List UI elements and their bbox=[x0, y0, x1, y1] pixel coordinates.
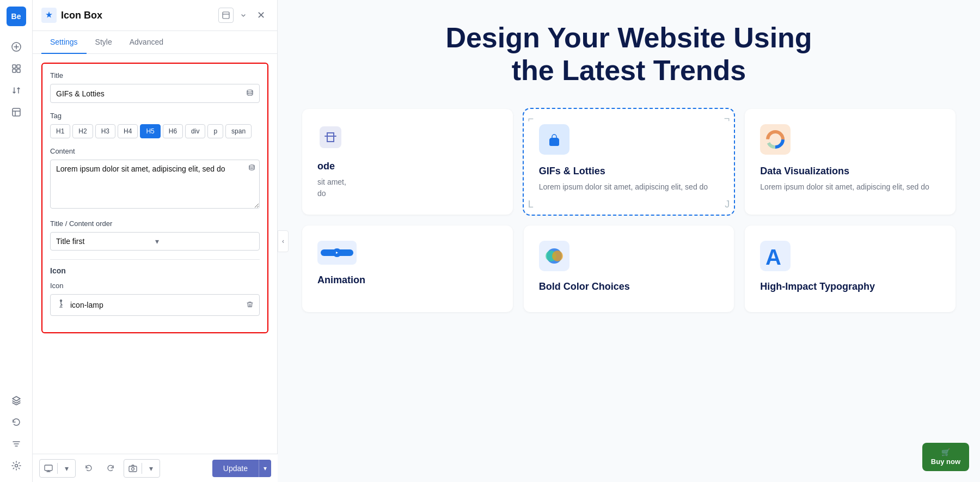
card-animation: Animation bbox=[302, 225, 513, 312]
svg-text:A: A bbox=[765, 245, 781, 269]
card-gifs-icon bbox=[539, 124, 719, 157]
panel-content: Title Tag H1 H2 H3 H4 H5 H6 bbox=[33, 54, 277, 482]
order-select[interactable]: Title first ▾ bbox=[50, 232, 260, 251]
card-gifs-desc: Lorem ipsum dolor sit amet, adipiscing e… bbox=[539, 181, 719, 193]
icon-section-header: Icon bbox=[50, 266, 260, 275]
sidebar-add-icon[interactable] bbox=[7, 37, 26, 57]
update-btn-group: Update ▾ bbox=[212, 460, 271, 477]
tag-field-label: Tag bbox=[50, 112, 260, 120]
bottom-toolbar: ▾ ▾ Update ▾ bbox=[33, 454, 278, 482]
content-textarea[interactable]: Lorem ipsum dolor sit amet, adipiscing e… bbox=[50, 160, 260, 209]
svg-rect-17 bbox=[549, 138, 559, 146]
panel-layout-btn[interactable] bbox=[218, 8, 234, 23]
tag-h3[interactable]: H3 bbox=[95, 124, 115, 138]
title-input-row bbox=[50, 84, 260, 103]
svg-rect-1 bbox=[13, 65, 16, 68]
tag-div[interactable]: div bbox=[185, 124, 205, 138]
card-gifs-title: GIFs & Lotties bbox=[539, 166, 719, 177]
left-sidebar: Be bbox=[0, 0, 33, 482]
device-dropdown-btn[interactable]: ▾ bbox=[58, 460, 75, 477]
sidebar-template-icon[interactable] bbox=[7, 102, 26, 122]
camera-dropdown-btn[interactable]: ▾ bbox=[142, 460, 160, 477]
cards-grid: ode sit amet,do ⌐ ¬ GIFs & Lotties Lorem… bbox=[302, 109, 955, 215]
panel-element-icon bbox=[41, 8, 57, 23]
tag-span[interactable]: span bbox=[225, 124, 252, 138]
svg-rect-4 bbox=[17, 69, 20, 72]
settings-panel: Icon Box ✕ Settings Style Advanced Title bbox=[33, 0, 278, 482]
svg-point-9 bbox=[249, 165, 254, 167]
sidebar-history-icon[interactable] bbox=[7, 412, 26, 432]
card-gifs-lotties: ⌐ ¬ GIFs & Lotties Lorem ipsum dolor sit… bbox=[524, 109, 734, 215]
svg-rect-13 bbox=[129, 466, 137, 472]
card-data-viz-desc: Lorem ipsum dolor sit amet, adipiscing e… bbox=[760, 181, 940, 193]
sidebar-layers-icon[interactable] bbox=[7, 391, 26, 410]
icon-field-label: Icon bbox=[50, 282, 260, 290]
title-input[interactable] bbox=[56, 89, 246, 98]
content-field-group: Content Lorem ipsum dolor sit amet, adip… bbox=[50, 147, 260, 211]
icon-input[interactable] bbox=[70, 301, 242, 309]
partial-card-title: ode bbox=[317, 161, 498, 172]
sidebar-settings-icon[interactable] bbox=[7, 456, 26, 475]
sidebar-layout-icon[interactable] bbox=[7, 59, 26, 78]
card-data-viz-icon bbox=[760, 124, 940, 157]
panel-header: Icon Box ✕ bbox=[33, 0, 277, 31]
title-db-icon[interactable] bbox=[246, 89, 254, 98]
card-corner-tr: ¬ bbox=[724, 113, 730, 125]
app-logo[interactable]: Be bbox=[7, 7, 26, 26]
card-color-icon bbox=[539, 241, 719, 273]
sidebar-filter-icon[interactable] bbox=[7, 434, 26, 454]
capture-group: ▾ bbox=[124, 459, 160, 478]
tag-h4[interactable]: H4 bbox=[118, 124, 138, 138]
panel-tabs: Settings Style Advanced bbox=[33, 31, 277, 54]
sidebar-sort-icon[interactable] bbox=[7, 81, 26, 100]
icon-field-group: Icon bbox=[50, 282, 260, 316]
tag-h5[interactable]: H5 bbox=[140, 124, 160, 138]
buy-now-icon: 🛒 bbox=[941, 448, 950, 456]
monitor-btn[interactable] bbox=[40, 460, 57, 477]
svg-rect-3 bbox=[13, 69, 16, 72]
order-chevron-icon: ▾ bbox=[155, 237, 254, 246]
content-db-icon[interactable] bbox=[248, 164, 255, 173]
icon-field-row bbox=[50, 294, 260, 316]
icon-preview bbox=[56, 299, 66, 311]
tab-settings[interactable]: Settings bbox=[41, 31, 87, 54]
update-dropdown-btn[interactable]: ▾ bbox=[259, 460, 271, 477]
svg-rect-12 bbox=[45, 465, 52, 471]
tag-h1[interactable]: H1 bbox=[50, 124, 70, 138]
redo-btn[interactable] bbox=[102, 460, 119, 477]
card-typography-icon: A bbox=[760, 241, 940, 273]
svg-rect-15 bbox=[320, 126, 341, 148]
icon-delete-icon[interactable] bbox=[246, 301, 254, 310]
buy-now-label: Buy now bbox=[931, 457, 960, 466]
tag-h6[interactable]: H6 bbox=[163, 124, 183, 138]
card-animation-title: Animation bbox=[317, 274, 498, 286]
card-corner-br: J bbox=[725, 199, 730, 210]
outlined-section: Title Tag H1 H2 H3 H4 H5 H6 bbox=[41, 63, 268, 333]
card-corner-bl: L bbox=[528, 199, 534, 210]
card-data-viz-title: Data Visualizations bbox=[760, 166, 940, 177]
tag-field-group: Tag H1 H2 H3 H4 H5 H6 div p span bbox=[50, 112, 260, 138]
camera-btn[interactable] bbox=[124, 460, 142, 477]
undo-btn[interactable] bbox=[80, 460, 97, 477]
partial-card-icon bbox=[317, 124, 498, 154]
panel-close-btn[interactable]: ✕ bbox=[253, 8, 268, 23]
content-textarea-wrapper: Lorem ipsum dolor sit amet, adipiscing e… bbox=[50, 160, 260, 211]
svg-point-8 bbox=[247, 90, 253, 92]
order-field-label: Title / Content order bbox=[50, 219, 260, 228]
tab-style[interactable]: Style bbox=[87, 31, 121, 54]
tag-h2[interactable]: H2 bbox=[72, 124, 93, 138]
tab-advanced[interactable]: Advanced bbox=[121, 31, 172, 54]
partial-card-desc: sit amet,do bbox=[317, 176, 498, 199]
tag-p[interactable]: p bbox=[207, 124, 223, 138]
panel-dropdown-btn[interactable] bbox=[236, 8, 251, 23]
update-button[interactable]: Update bbox=[212, 460, 259, 477]
partial-card: ode sit amet,do bbox=[302, 109, 513, 215]
title-field-label: Title bbox=[50, 71, 260, 80]
card-corner-tl: ⌐ bbox=[528, 113, 534, 125]
card-typography: A High-Impact Typography bbox=[745, 225, 955, 312]
card-color-title: Bold Color Choices bbox=[539, 281, 719, 292]
buy-now-button[interactable]: 🛒 Buy now bbox=[922, 443, 969, 471]
svg-rect-2 bbox=[17, 65, 20, 68]
svg-rect-18 bbox=[760, 124, 791, 155]
panel-collapse-arrow[interactable]: ‹ bbox=[278, 230, 289, 252]
